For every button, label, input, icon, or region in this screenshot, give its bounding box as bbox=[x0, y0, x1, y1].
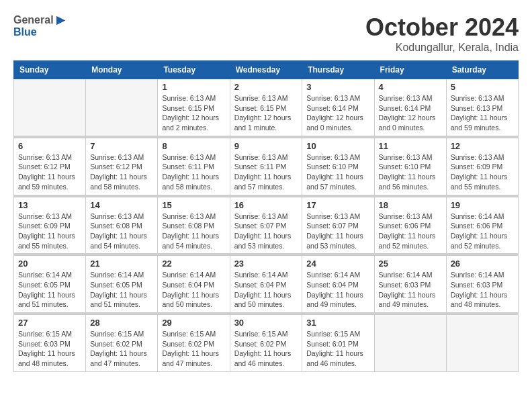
day-cell: 15Sunrise: 6:13 AM Sunset: 6:08 PM Dayli… bbox=[158, 197, 230, 254]
day-number: 17 bbox=[306, 200, 369, 210]
logo-general-text: General bbox=[13, 14, 54, 26]
day-cell bbox=[86, 79, 158, 136]
day-number: 2 bbox=[234, 82, 298, 92]
month-title: October 2024 bbox=[365, 13, 519, 42]
day-info: Sunrise: 6:13 AM Sunset: 6:13 PM Dayligh… bbox=[451, 93, 514, 133]
col-sunday: Sunday bbox=[14, 61, 86, 79]
day-cell bbox=[14, 79, 86, 136]
day-info: Sunrise: 6:13 AM Sunset: 6:11 PM Dayligh… bbox=[234, 152, 298, 192]
week-row-2: 6Sunrise: 6:13 AM Sunset: 6:12 PM Daylig… bbox=[14, 138, 519, 195]
day-cell: 23Sunrise: 6:14 AM Sunset: 6:04 PM Dayli… bbox=[230, 256, 302, 313]
day-number: 24 bbox=[306, 259, 369, 269]
day-cell: 5Sunrise: 6:13 AM Sunset: 6:13 PM Daylig… bbox=[446, 79, 518, 136]
day-info: Sunrise: 6:13 AM Sunset: 6:09 PM Dayligh… bbox=[451, 152, 514, 192]
day-number: 15 bbox=[162, 200, 225, 210]
day-info: Sunrise: 6:13 AM Sunset: 6:14 PM Dayligh… bbox=[379, 93, 442, 133]
day-cell: 30Sunrise: 6:15 AM Sunset: 6:02 PM Dayli… bbox=[230, 315, 302, 372]
day-info: Sunrise: 6:14 AM Sunset: 6:05 PM Dayligh… bbox=[90, 270, 153, 310]
day-info: Sunrise: 6:13 AM Sunset: 6:11 PM Dayligh… bbox=[162, 152, 225, 192]
day-cell: 20Sunrise: 6:14 AM Sunset: 6:05 PM Dayli… bbox=[14, 256, 86, 313]
day-cell bbox=[374, 315, 446, 372]
logo-arrow: ▶ bbox=[54, 14, 64, 26]
day-info: Sunrise: 6:15 AM Sunset: 6:03 PM Dayligh… bbox=[18, 329, 81, 369]
day-number: 3 bbox=[306, 82, 369, 92]
day-cell: 31Sunrise: 6:15 AM Sunset: 6:01 PM Dayli… bbox=[302, 315, 374, 372]
week-row-4: 20Sunrise: 6:14 AM Sunset: 6:05 PM Dayli… bbox=[14, 256, 519, 313]
day-cell bbox=[446, 315, 518, 372]
day-cell: 12Sunrise: 6:13 AM Sunset: 6:09 PM Dayli… bbox=[446, 138, 518, 195]
header-row: Sunday Monday Tuesday Wednesday Thursday… bbox=[14, 61, 519, 79]
day-cell: 16Sunrise: 6:13 AM Sunset: 6:07 PM Dayli… bbox=[230, 197, 302, 254]
day-number: 1 bbox=[162, 82, 225, 92]
day-info: Sunrise: 6:14 AM Sunset: 6:04 PM Dayligh… bbox=[162, 270, 225, 310]
header: General ▶ Blue October 2024 Kodungallur,… bbox=[13, 13, 519, 54]
day-info: Sunrise: 6:14 AM Sunset: 6:03 PM Dayligh… bbox=[451, 270, 514, 310]
day-number: 21 bbox=[90, 259, 153, 269]
day-number: 30 bbox=[234, 318, 298, 328]
day-info: Sunrise: 6:13 AM Sunset: 6:08 PM Dayligh… bbox=[90, 212, 153, 251]
day-cell: 25Sunrise: 6:14 AM Sunset: 6:03 PM Dayli… bbox=[374, 256, 446, 313]
col-tuesday: Tuesday bbox=[158, 61, 230, 79]
col-wednesday: Wednesday bbox=[230, 61, 302, 79]
day-info: Sunrise: 6:13 AM Sunset: 6:09 PM Dayligh… bbox=[18, 212, 81, 251]
day-number: 23 bbox=[234, 259, 298, 269]
day-number: 31 bbox=[306, 318, 369, 328]
day-info: Sunrise: 6:13 AM Sunset: 6:15 PM Dayligh… bbox=[234, 93, 298, 133]
day-number: 12 bbox=[451, 141, 514, 151]
day-info: Sunrise: 6:13 AM Sunset: 6:06 PM Dayligh… bbox=[379, 212, 442, 251]
day-cell: 8Sunrise: 6:13 AM Sunset: 6:11 PM Daylig… bbox=[158, 138, 230, 195]
day-number: 5 bbox=[451, 82, 514, 92]
day-number: 14 bbox=[90, 200, 153, 210]
day-cell: 29Sunrise: 6:15 AM Sunset: 6:02 PM Dayli… bbox=[158, 315, 230, 372]
day-number: 20 bbox=[18, 259, 81, 269]
col-friday: Friday bbox=[374, 61, 446, 79]
day-info: Sunrise: 6:14 AM Sunset: 6:06 PM Dayligh… bbox=[451, 212, 514, 251]
day-number: 13 bbox=[18, 200, 81, 210]
day-number: 28 bbox=[90, 318, 153, 328]
week-row-3: 13Sunrise: 6:13 AM Sunset: 6:09 PM Dayli… bbox=[14, 197, 519, 254]
week-row-1: 1Sunrise: 6:13 AM Sunset: 6:15 PM Daylig… bbox=[14, 79, 519, 136]
day-info: Sunrise: 6:14 AM Sunset: 6:04 PM Dayligh… bbox=[306, 270, 369, 310]
calendar: Sunday Monday Tuesday Wednesday Thursday… bbox=[13, 60, 519, 372]
day-info: Sunrise: 6:13 AM Sunset: 6:10 PM Dayligh… bbox=[306, 152, 369, 192]
title-area: October 2024 Kodungallur, Kerala, India bbox=[365, 13, 519, 54]
day-info: Sunrise: 6:13 AM Sunset: 6:08 PM Dayligh… bbox=[162, 212, 225, 251]
logo-blue-text: Blue bbox=[13, 26, 37, 38]
day-cell: 1Sunrise: 6:13 AM Sunset: 6:15 PM Daylig… bbox=[158, 79, 230, 136]
day-info: Sunrise: 6:14 AM Sunset: 6:05 PM Dayligh… bbox=[18, 270, 81, 310]
day-cell: 17Sunrise: 6:13 AM Sunset: 6:07 PM Dayli… bbox=[302, 197, 374, 254]
day-info: Sunrise: 6:13 AM Sunset: 6:12 PM Dayligh… bbox=[90, 152, 153, 192]
day-cell: 3Sunrise: 6:13 AM Sunset: 6:14 PM Daylig… bbox=[302, 79, 374, 136]
day-number: 11 bbox=[379, 141, 442, 151]
day-cell: 27Sunrise: 6:15 AM Sunset: 6:03 PM Dayli… bbox=[14, 315, 86, 372]
day-info: Sunrise: 6:13 AM Sunset: 6:10 PM Dayligh… bbox=[379, 152, 442, 192]
day-info: Sunrise: 6:15 AM Sunset: 6:01 PM Dayligh… bbox=[306, 329, 369, 369]
day-cell: 19Sunrise: 6:14 AM Sunset: 6:06 PM Dayli… bbox=[446, 197, 518, 254]
week-row-5: 27Sunrise: 6:15 AM Sunset: 6:03 PM Dayli… bbox=[14, 315, 519, 372]
day-number: 18 bbox=[379, 200, 442, 210]
day-number: 4 bbox=[379, 82, 442, 92]
day-cell: 6Sunrise: 6:13 AM Sunset: 6:12 PM Daylig… bbox=[14, 138, 86, 195]
day-cell: 7Sunrise: 6:13 AM Sunset: 6:12 PM Daylig… bbox=[86, 138, 158, 195]
day-info: Sunrise: 6:13 AM Sunset: 6:14 PM Dayligh… bbox=[306, 93, 369, 133]
col-thursday: Thursday bbox=[302, 61, 374, 79]
day-cell: 13Sunrise: 6:13 AM Sunset: 6:09 PM Dayli… bbox=[14, 197, 86, 254]
day-info: Sunrise: 6:13 AM Sunset: 6:07 PM Dayligh… bbox=[234, 212, 298, 251]
logo: General ▶ Blue bbox=[13, 13, 64, 38]
day-cell: 11Sunrise: 6:13 AM Sunset: 6:10 PM Dayli… bbox=[374, 138, 446, 195]
day-number: 29 bbox=[162, 318, 225, 328]
day-number: 7 bbox=[90, 141, 153, 151]
day-cell: 26Sunrise: 6:14 AM Sunset: 6:03 PM Dayli… bbox=[446, 256, 518, 313]
day-info: Sunrise: 6:14 AM Sunset: 6:03 PM Dayligh… bbox=[379, 270, 442, 310]
day-info: Sunrise: 6:15 AM Sunset: 6:02 PM Dayligh… bbox=[234, 329, 298, 369]
day-info: Sunrise: 6:13 AM Sunset: 6:07 PM Dayligh… bbox=[306, 212, 369, 251]
day-number: 6 bbox=[18, 141, 81, 151]
day-info: Sunrise: 6:13 AM Sunset: 6:15 PM Dayligh… bbox=[162, 93, 225, 133]
day-cell: 22Sunrise: 6:14 AM Sunset: 6:04 PM Dayli… bbox=[158, 256, 230, 313]
day-number: 8 bbox=[162, 141, 225, 151]
day-number: 16 bbox=[234, 200, 298, 210]
day-cell: 18Sunrise: 6:13 AM Sunset: 6:06 PM Dayli… bbox=[374, 197, 446, 254]
day-cell: 4Sunrise: 6:13 AM Sunset: 6:14 PM Daylig… bbox=[374, 79, 446, 136]
day-number: 25 bbox=[379, 259, 442, 269]
day-number: 26 bbox=[451, 259, 514, 269]
